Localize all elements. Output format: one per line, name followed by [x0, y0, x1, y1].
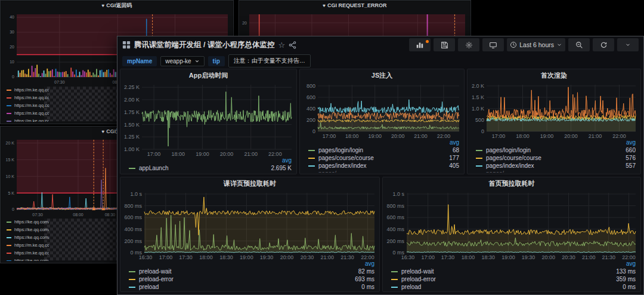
svg-text:2.25 K: 2.25 K [124, 84, 140, 90]
legend-row[interactable]: pages/login/login660 [470, 146, 636, 154]
series-color-dash [129, 168, 135, 169]
legend-row[interactable]: pages/…… [302, 170, 459, 173]
legend-row[interactable]: pages/login/login68 [302, 146, 459, 154]
svg-text:500: 500 [475, 117, 484, 123]
refresh-button[interactable] [593, 38, 614, 51]
tv-cycle-button[interactable] [482, 38, 504, 51]
legend: avg pages/login/login68pages/course/cour… [302, 139, 459, 173]
svg-text:5 K: 5 K [8, 191, 14, 195]
svg-text:18:30: 18:30 [219, 254, 233, 260]
svg-text:08:00: 08:00 [73, 213, 83, 217]
svg-text:40: 40 [10, 15, 14, 19]
legend-avg-header[interactable]: avg [470, 139, 636, 146]
graph-home-preload[interactable]: 1.0 s800 ms600 ms400 ms200 ms0 ms16:3017… [384, 189, 639, 260]
series-color-dash [308, 158, 315, 159]
svg-text:19:00: 19:00 [196, 151, 209, 157]
svg-text:22:00: 22:00 [622, 254, 636, 260]
svg-text:20: 20 [242, 21, 247, 25]
variables-submenu: mpName weapp-ke tip 注意：由于变量不支持告… [117, 53, 643, 69]
variable-value-dropdown[interactable]: weapp-ke [160, 56, 204, 66]
svg-text:20:30: 20:30 [562, 254, 575, 260]
svg-text:17:00: 17:00 [492, 133, 506, 139]
zoom-out-button[interactable] [568, 38, 590, 51]
svg-text:19:00: 19:00 [540, 133, 554, 139]
legend-avg-header[interactable]: avg [385, 260, 636, 268]
svg-text:1.25 K: 1.25 K [124, 134, 140, 140]
svg-text:10 K: 10 K [6, 174, 15, 179]
legend-row[interactable]: preload0 ms [385, 283, 636, 290]
graph-js-inject[interactable]: 800600400200017:0018:0019:0020:0021:0022… [301, 81, 463, 139]
panel-title[interactable]: 首次渲染 [467, 69, 640, 81]
panel-course-preload: 课详页预拉取耗时 1.0 s800 ms600 ms400 ms200 ms0 … [120, 177, 380, 292]
panel-title[interactable]: 课详页预拉取耗时 [120, 177, 379, 189]
panel-grid: App启动时间 2.25 K2.00 K1.75 K1.50 K1.25 K1.… [120, 69, 641, 292]
svg-text:21:00: 21:00 [321, 254, 335, 260]
star-icon[interactable]: ☆ [278, 41, 285, 50]
svg-text:22:00: 22:00 [437, 133, 451, 139]
series-color-dash [476, 165, 482, 167]
legend-avg-header[interactable]: avg [123, 260, 374, 268]
svg-text:20:00: 20:00 [564, 133, 578, 139]
svg-text:21:00: 21:00 [244, 151, 258, 157]
legend-row[interactable]: preload-wait133 ms [385, 268, 636, 275]
legend-row[interactable]: preload-wait82 ms [123, 268, 374, 275]
svg-text:400: 400 [306, 106, 315, 112]
legend-row[interactable]: pages/course/course576 [470, 154, 636, 162]
graph-course-preload[interactable]: 1.0 s800 ms600 ms400 ms200 ms0 ms16:3017… [122, 189, 378, 260]
add-panel-button[interactable] [409, 38, 431, 51]
legend-row[interactable]: preload-error693 ms [123, 275, 374, 283]
svg-text:400 ms: 400 ms [124, 226, 142, 232]
legend-avg-header[interactable]: avg [123, 157, 292, 164]
graph-first-render[interactable]: 2.0 K1.5 K1.0 K500017:0018:0019:0020:002… [469, 81, 639, 139]
legend-row[interactable]: pages/course/course177 [302, 154, 459, 162]
series-color-dash [7, 121, 11, 122]
svg-text:0: 0 [481, 128, 484, 134]
svg-text:21:00: 21:00 [589, 133, 602, 139]
svg-text:600 ms: 600 ms [124, 214, 142, 220]
save-dashboard-button[interactable] [434, 38, 455, 51]
svg-text:18:30: 18:30 [481, 254, 495, 260]
grafana-dashboard-window: 腾讯课堂前端开发组 / 课堂小程序总体监控 ☆ Last 6 hours [117, 36, 644, 295]
panel-app-launch-time: App启动时间 2.25 K2.00 K1.75 K1.50 K1.25 K1.… [120, 69, 297, 174]
svg-text:20:30: 20:30 [301, 254, 314, 260]
time-range-picker[interactable]: Last 6 hours [507, 38, 565, 51]
svg-text:1.0 s: 1.0 s [130, 191, 142, 197]
legend-row[interactable]: preload0 ms [123, 283, 374, 290]
legend-row[interactable]: preload-error359 ms [385, 275, 636, 283]
svg-text:20:00: 20:00 [220, 151, 234, 157]
legend-row[interactable]: pages/…… [470, 170, 636, 173]
svg-text:600: 600 [306, 94, 315, 100]
svg-text:800: 800 [306, 83, 315, 89]
share-icon[interactable] [289, 41, 296, 49]
svg-text:600 ms: 600 ms [386, 214, 404, 220]
legend-row[interactable]: pages/index/index405 [302, 162, 459, 170]
svg-text:18:00: 18:00 [199, 254, 213, 260]
series-color-dash [391, 279, 398, 280]
series-color-dash [7, 105, 11, 106]
svg-text:18:00: 18:00 [516, 133, 530, 139]
panel-title[interactable]: App启动时间 [120, 69, 296, 81]
svg-text:18:00: 18:00 [462, 254, 475, 260]
svg-text:17:00: 17:00 [323, 133, 336, 139]
svg-text:22:00: 22:00 [268, 151, 282, 157]
legend-row[interactable]: pages/index/index557 [470, 162, 636, 170]
panel-title[interactable]: ♥CGI REQUEST_ERROR [240, 1, 470, 10]
svg-text:200: 200 [306, 117, 315, 123]
svg-text:17:00: 17:00 [147, 151, 161, 157]
panel-title[interactable]: 首页预拉取耗时 [383, 177, 640, 189]
svg-text:800 ms: 800 ms [386, 203, 404, 209]
legend-avg-header[interactable]: avg [302, 139, 459, 146]
settings-gear-button[interactable] [458, 38, 479, 51]
svg-text:21:00: 21:00 [582, 254, 596, 260]
refresh-interval-dropdown[interactable] [617, 38, 639, 51]
series-color-dash [7, 245, 11, 246]
series-color-dash [7, 97, 11, 99]
panel-title[interactable]: JS注入 [300, 69, 464, 81]
svg-text:1.50 K: 1.50 K [124, 122, 140, 128]
tip-note-box: 注意：由于变量不支持告… [228, 54, 311, 67]
legend-row[interactable]: appLaunch2.695 K [123, 164, 292, 172]
svg-text:20 K: 20 K [6, 141, 15, 145]
graph-app-launch[interactable]: 2.25 K2.00 K1.75 K1.50 K1.25 K1.00 K17:0… [122, 81, 295, 157]
legend: avg appLaunch2.695 K [123, 157, 292, 173]
panel-title[interactable]: ♥CGI返回码 [1, 1, 233, 10]
